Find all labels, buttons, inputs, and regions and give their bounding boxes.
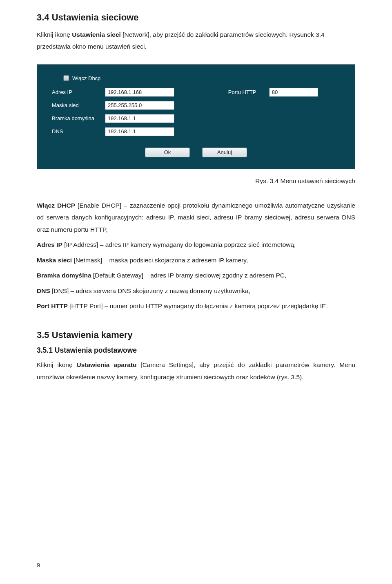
- dns-row: DNS: [52, 127, 215, 136]
- dns-label: DNS: [52, 128, 105, 134]
- section-34-heading: 3.4 Ustawienia sieciowe: [37, 12, 355, 23]
- sec35-pre: Kliknij ikonę: [37, 361, 76, 368]
- desc-dns-bold: DNS: [37, 287, 50, 294]
- desc-dns: DNS [DNS] – adres serwera DNS skojarzony…: [37, 285, 355, 297]
- desc-dhcp-bold: Włącz DHCP: [37, 202, 75, 209]
- section-35-heading: 3.5 Ustawienia kamery: [37, 330, 355, 340]
- ip-address-row: Adres IP: [52, 88, 215, 97]
- desc-port: Port HTTP [HTTP Port] – numer portu HTTP…: [37, 300, 355, 312]
- section-35-paragraph: Kliknij ikonę Ustawienia aparatu [Camera…: [37, 359, 355, 383]
- desc-dns-text: [DNS] – adres serwera DNS skojarzony z n…: [50, 287, 250, 294]
- desc-ip-bold: Adres IP: [37, 241, 62, 248]
- gateway-label: Bramka domyślna: [52, 115, 105, 121]
- http-port-row: Portu HTTP: [228, 88, 343, 97]
- http-port-input[interactable]: [269, 88, 318, 97]
- desc-dhcp: Włącz DHCP [Enable DHCP] – zaznaczenie o…: [37, 199, 355, 235]
- ip-address-input[interactable]: [105, 88, 174, 97]
- desc-mask-bold: Maska sieci: [37, 257, 72, 264]
- desc-ip-text: [IP Address] – adres IP kamery wymagany …: [62, 241, 296, 248]
- gateway-row: Bramka domyślna: [52, 114, 215, 123]
- gateway-input[interactable]: [105, 114, 174, 123]
- desc-gateway: Bramka domyślna [Default Gateway] – adre…: [37, 269, 355, 281]
- network-settings-panel: Włącz Dhcp Adres IP Maska sieci Bramka d…: [37, 64, 355, 169]
- intro-text-bold: Ustawienia sieci: [72, 31, 121, 38]
- http-port-label: Portu HTTP: [228, 89, 269, 95]
- ip-address-label: Adres IP: [52, 89, 105, 95]
- section-351-heading: 3.5.1 Ustawienia podstawowe: [37, 346, 355, 355]
- dhcp-checkbox-label: Włącz Dhcp: [72, 75, 100, 81]
- cancel-button[interactable]: Anuluj: [202, 148, 247, 157]
- netmask-input[interactable]: [105, 101, 174, 110]
- netmask-row: Maska sieci: [52, 101, 215, 110]
- desc-mask-text: [Netmask] – maska podsieci skojarzona z …: [72, 257, 248, 264]
- desc-dhcp-text: [Enable DHCP] – zaznaczenie opcji protok…: [37, 202, 355, 233]
- ok-button[interactable]: Ok: [145, 148, 190, 157]
- dhcp-checkbox-row[interactable]: Włącz Dhcp: [49, 75, 343, 81]
- desc-port-bold: Port HTTP: [37, 302, 68, 309]
- desc-port-text: [HTTP Port] – numer portu HTTP wymagany …: [68, 302, 328, 309]
- sec35-bold: Ustawienia aparatu: [76, 361, 136, 368]
- desc-gw-text: [Default Gateway] – adres IP bramy sieci…: [91, 272, 287, 279]
- desc-gw-bold: Bramka domyślna: [37, 272, 91, 279]
- page-number: 9: [37, 562, 40, 568]
- dns-input[interactable]: [105, 127, 174, 136]
- section-34-intro: Kliknij ikonę Ustawienia sieci [Network]…: [37, 29, 355, 53]
- intro-text-pre: Kliknij ikonę: [37, 31, 72, 38]
- checkbox-icon[interactable]: [63, 75, 69, 81]
- desc-mask: Maska sieci [Netmask] – maska podsieci s…: [37, 254, 355, 266]
- netmask-label: Maska sieci: [52, 102, 105, 108]
- desc-ip: Adres IP [IP Address] – adres IP kamery …: [37, 239, 355, 251]
- figure-caption: Rys. 3.4 Menu ustawień sieciowych: [37, 177, 355, 185]
